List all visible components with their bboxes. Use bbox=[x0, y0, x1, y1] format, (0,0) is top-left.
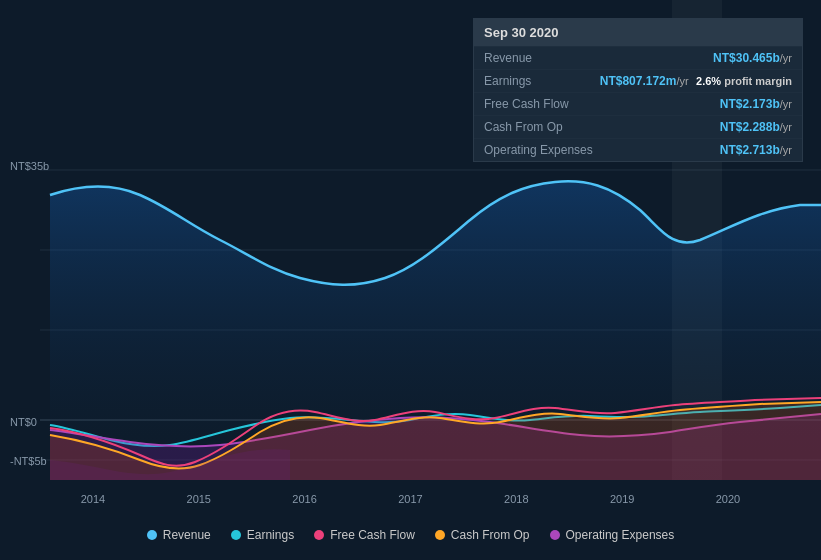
tooltip-earnings-label: Earnings bbox=[484, 74, 531, 88]
legend-label-opex: Operating Expenses bbox=[566, 528, 675, 542]
tooltip-opex-row: Operating Expenses NT$2.713b/yr bbox=[474, 138, 802, 161]
legend-label-cfo: Cash From Op bbox=[451, 528, 530, 542]
legend-dot-earnings bbox=[231, 530, 241, 540]
tooltip-fcf-label: Free Cash Flow bbox=[484, 97, 569, 111]
tooltip-date: Sep 30 2020 bbox=[474, 19, 802, 46]
x-label-2020: 2020 bbox=[716, 493, 740, 505]
x-axis: 2014 2015 2016 2017 2018 2019 2020 bbox=[0, 493, 821, 505]
tooltip-cfo-row: Cash From Op NT$2.288b/yr bbox=[474, 115, 802, 138]
legend-item-fcf[interactable]: Free Cash Flow bbox=[314, 528, 415, 542]
tooltip-opex-value: NT$2.713b/yr bbox=[720, 143, 792, 157]
legend-item-revenue[interactable]: Revenue bbox=[147, 528, 211, 542]
legend-item-cfo[interactable]: Cash From Op bbox=[435, 528, 530, 542]
tooltip-revenue-row: Revenue NT$30.465b/yr bbox=[474, 46, 802, 69]
legend-label-earnings: Earnings bbox=[247, 528, 294, 542]
legend-label-revenue: Revenue bbox=[163, 528, 211, 542]
legend-dot-fcf bbox=[314, 530, 324, 540]
tooltip-earnings-row: Earnings NT$807.172m/yr 2.6% profit marg… bbox=[474, 69, 802, 92]
legend-item-earnings[interactable]: Earnings bbox=[231, 528, 294, 542]
legend-item-opex[interactable]: Operating Expenses bbox=[550, 528, 675, 542]
tooltip-cfo-label: Cash From Op bbox=[484, 120, 563, 134]
x-label-2014: 2014 bbox=[81, 493, 105, 505]
legend-dot-opex bbox=[550, 530, 560, 540]
legend-dot-revenue bbox=[147, 530, 157, 540]
y-axis-neg-label: -NT$5b bbox=[10, 455, 47, 467]
legend-dot-cfo bbox=[435, 530, 445, 540]
tooltip-revenue-value: NT$30.465b/yr bbox=[713, 51, 792, 65]
x-label-2019: 2019 bbox=[610, 493, 634, 505]
y-axis-zero-label: NT$0 bbox=[10, 416, 37, 428]
tooltip-fcf-row: Free Cash Flow NT$2.173b/yr bbox=[474, 92, 802, 115]
tooltip-fcf-value: NT$2.173b/yr bbox=[720, 97, 792, 111]
legend-label-fcf: Free Cash Flow bbox=[330, 528, 415, 542]
tooltip-opex-label: Operating Expenses bbox=[484, 143, 593, 157]
tooltip-cfo-value: NT$2.288b/yr bbox=[720, 120, 792, 134]
x-label-2015: 2015 bbox=[187, 493, 211, 505]
x-label-2016: 2016 bbox=[292, 493, 316, 505]
tooltip-revenue-label: Revenue bbox=[484, 51, 532, 65]
data-tooltip: Sep 30 2020 Revenue NT$30.465b/yr Earnin… bbox=[473, 18, 803, 162]
y-axis-top-label: NT$35b bbox=[10, 160, 49, 172]
tooltip-earnings-value: NT$807.172m/yr 2.6% profit margin bbox=[600, 74, 792, 88]
x-label-2017: 2017 bbox=[398, 493, 422, 505]
x-label-2018: 2018 bbox=[504, 493, 528, 505]
chart-legend: Revenue Earnings Free Cash Flow Cash Fro… bbox=[0, 520, 821, 550]
